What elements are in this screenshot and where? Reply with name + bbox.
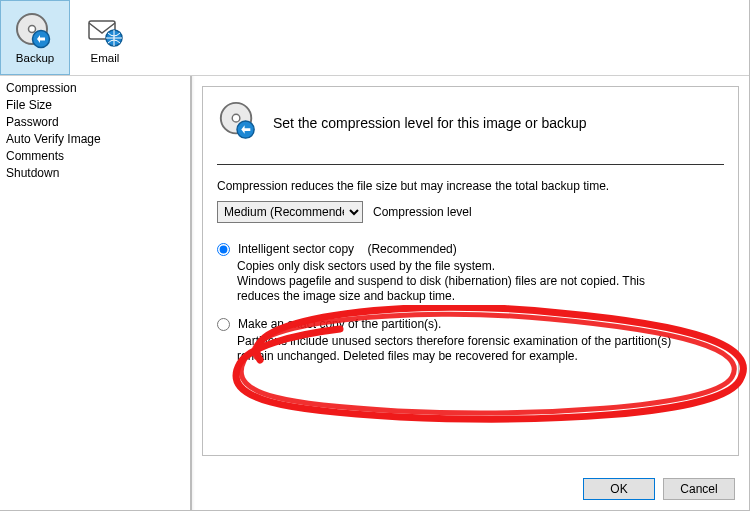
sidebar-item-password[interactable]: Password — [0, 114, 190, 131]
toolbar-button-email[interactable]: Email — [70, 0, 140, 75]
toolbar-button-backup[interactable]: Backup — [0, 0, 70, 75]
toolbar: Backup Email — [0, 0, 749, 76]
disk-icon — [217, 101, 257, 144]
option-exact-copy: Make an exact copy of the partition(s). … — [217, 316, 724, 364]
radio-exact-copy[interactable] — [217, 318, 230, 331]
divider — [217, 164, 724, 165]
email-globe-icon — [83, 12, 127, 50]
sidebar-item-compression[interactable]: Compression — [0, 80, 190, 97]
settings-sidebar: Compression File Size Password Auto Veri… — [0, 76, 192, 510]
dialog-button-bar: OK Cancel — [583, 478, 735, 500]
option-intelligent-sector: Intelligent sector copy (Recommended) Co… — [217, 241, 724, 304]
radio-desc-intelligent: Copies only disk sectors used by the fil… — [237, 259, 677, 304]
radio-label-intelligent[interactable]: Intelligent sector copy (Recommended) — [238, 241, 457, 257]
compression-level-label: Compression level — [373, 205, 472, 219]
disk-backup-icon — [13, 12, 57, 50]
dialog-window: Backup Email Compression File Size Passw… — [0, 0, 750, 511]
sidebar-item-shutdown[interactable]: Shutdown — [0, 165, 190, 182]
toolbar-button-label: Email — [91, 52, 120, 64]
radio-label-exact[interactable]: Make an exact copy of the partition(s). — [238, 316, 441, 332]
radio-desc-exact: Partitions include unused sectors theref… — [237, 334, 677, 364]
svg-point-6 — [232, 114, 240, 122]
sidebar-item-comments[interactable]: Comments — [0, 148, 190, 165]
ok-button[interactable]: OK — [583, 478, 655, 500]
toolbar-button-label: Backup — [16, 52, 54, 64]
sidebar-item-auto-verify[interactable]: Auto Verify Image — [0, 131, 190, 148]
svg-point-1 — [29, 25, 36, 32]
panel-description: Compression reduces the file size but ma… — [217, 179, 724, 193]
main-panel-area: Set the compression level for this image… — [192, 76, 749, 510]
compression-level-select[interactable]: Medium (Recommended) — [217, 201, 363, 223]
radio-intelligent-sector[interactable] — [217, 243, 230, 256]
sidebar-item-file-size[interactable]: File Size — [0, 97, 190, 114]
panel-heading: Set the compression level for this image… — [273, 115, 587, 131]
compression-panel: Set the compression level for this image… — [202, 86, 739, 456]
cancel-button[interactable]: Cancel — [663, 478, 735, 500]
